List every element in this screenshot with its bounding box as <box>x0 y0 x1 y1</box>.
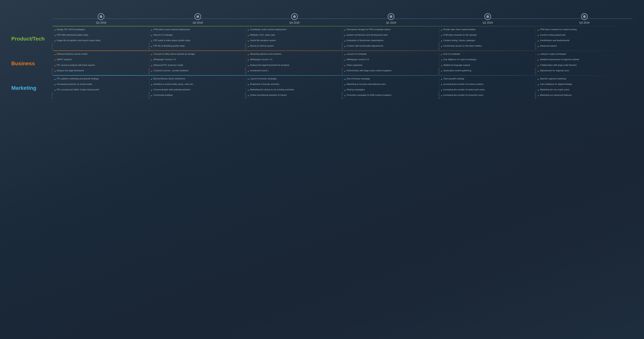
section-title-col-product: Product/Tech <box>11 28 53 50</box>
item-text: Content voting, Library catalogue <box>444 39 475 42</box>
item-text: Online promotional activities of Library <box>250 94 287 96</box>
bullet-icon: ● <box>538 58 539 62</box>
list-item: ●Private side chain implementation <box>441 28 535 32</box>
list-item: ●Beyond Blocks Seoul conference <box>151 77 245 81</box>
item-text: Launch of bounty campaign <box>250 77 276 80</box>
list-item: ●Investment round 1 <box>248 69 341 72</box>
list-item: ●Launch of crowdsale <box>344 52 438 56</box>
item-text: FFL platform marketing and growth strate… <box>57 77 99 80</box>
bullet-icon: ● <box>54 88 56 92</box>
list-item: ●Whitepaper version 1.5 <box>248 58 341 62</box>
list-item: ●Online promotional activities of Librar… <box>248 94 341 97</box>
list-item: ●Marketing to increase international use… <box>344 82 438 86</box>
item-list-business-0: ●Defined business canvas model●SWOT anal… <box>54 52 148 72</box>
section-title-product: Product/Tech <box>11 36 45 42</box>
quarter-rotated-label: Q2 2019 <box>438 92 440 99</box>
bullet-icon: ● <box>441 40 442 42</box>
item-text: Increasing presence on social media <box>57 82 92 86</box>
page-container: Q2 2018 Q3 2018 Q4 2018 Q1 2019 Q2 2019 … <box>11 8 633 99</box>
bullet-icon: ● <box>344 45 346 48</box>
list-item: ●Launch of bounty campaign <box>248 77 341 81</box>
item-text: Increasing the number of consumer users <box>444 94 484 96</box>
item-text: Joint initiatives for digital heritage <box>540 82 572 86</box>
list-item: ●Listing in crypto exchanges <box>538 52 631 56</box>
item-text: Whitelist, KYC, token sale <box>250 33 275 36</box>
item-text: Marketing for non-crypto users <box>540 88 569 91</box>
list-item: ●Automated content gathering <box>441 69 535 72</box>
item-list-product-2: ●Crowdsale smart contract deployment●Whi… <box>248 28 341 48</box>
item-list-marketing-3: ●End of bounty campaign●Marketing to inc… <box>344 77 438 97</box>
item-text: Client growth strategy <box>444 77 464 80</box>
item-text: Closed beta access to the token holders <box>444 44 482 47</box>
item-text: Useful file donation system <box>250 39 276 42</box>
item-text: Collaboration with large-scale libraries <box>540 64 576 66</box>
list-item: ●Files.fm UI redesign <box>151 33 245 37</box>
bullet-icon: ● <box>538 94 539 97</box>
item-list-marketing-5: ●Specific regional marketing●Joint initi… <box>538 77 631 97</box>
bullet-icon: ● <box>54 64 56 67</box>
list-item: ●Communication with potential partners <box>151 88 245 92</box>
list-item: ●Adjustments for regional users <box>538 69 631 72</box>
quarter-rotated-label: Q1 2019 <box>341 92 343 99</box>
item-text: Content voting (advanced) <box>540 33 566 36</box>
list-item: ●Analyze the legal framework <box>54 69 148 72</box>
quarter-col-business-0: ●Defined business canvas model●SWOT anal… <box>53 52 150 74</box>
item-text: Whitepaper version 2.0 <box>347 58 369 61</box>
item-list-marketing-4: ●Client growth strategy●Increasing the n… <box>441 77 535 97</box>
bullet-icon: ● <box>538 40 539 42</box>
node-circle <box>98 13 104 20</box>
item-text: Defined business canvas model <box>57 52 87 56</box>
list-item: ●Permanent storage for FFM crowdsale tok… <box>344 28 438 32</box>
timeline-node-q2-2019: Q2 2019 <box>482 13 493 24</box>
quarter-col-business-4: ●End of crowdsale●Due diligence of crypt… <box>440 52 536 74</box>
list-item: ●Promotion campaign for B2B content supp… <box>344 94 438 97</box>
list-item: ●Analyze the legal framework for product… <box>248 64 341 67</box>
list-item: ●Advanced search <box>538 44 631 48</box>
bullet-icon: ● <box>151 64 152 67</box>
node-inner <box>390 15 392 18</box>
timeline-node-q2-2018: Q2 2018 <box>96 13 106 24</box>
list-item: ●Joint initiatives for digital heritage <box>538 82 631 86</box>
bullet-icon: ● <box>54 28 56 32</box>
list-item: ●FFM token smart contract deployment <box>151 28 245 32</box>
bullet-icon: ● <box>344 70 346 72</box>
bullet-icon: ● <box>54 78 56 81</box>
item-text: Airdrop campaigns <box>347 88 365 91</box>
item-text: FFM token rewards for file uploads <box>444 33 477 36</box>
bullet-icon: ● <box>538 53 539 56</box>
list-item: ●SWOT analysis <box>54 58 148 62</box>
bullet-icon: ● <box>248 53 249 56</box>
list-item: ●Airdrop campaigns <box>344 88 438 92</box>
list-item: ●FFL revenue analysis with bank experts <box>54 64 148 67</box>
timeline-node-q3-2019: Q3 2019 <box>579 13 590 24</box>
item-text: Specific regional marketing <box>540 77 566 80</box>
list-item: ●Collaboration with large-scale librarie… <box>538 64 631 67</box>
item-text: Communication with potential partners <box>154 88 190 91</box>
list-item: ●Design FFL UI/UX prototypes <box>54 28 148 32</box>
timeline-node-q1-2019: Q1 2019 <box>386 13 396 24</box>
item-list-business-3: ●Launch of crowdsale●Whitepaper version … <box>344 52 438 72</box>
bullet-icon: ● <box>54 40 56 42</box>
item-text: Advanced FFL business model <box>154 64 183 66</box>
item-text: End of bounty campaign <box>347 77 370 80</box>
node-inner <box>486 15 489 18</box>
section-content-product: ●Design FFL UI/UX prototypes●P2P Web dow… <box>53 28 633 50</box>
list-item: ●Community building <box>151 94 245 97</box>
bullet-icon: ● <box>538 64 539 67</box>
list-item: ●FFL concept won Baltic Crypto meetup pi… <box>54 88 148 92</box>
list-item: ●Content voting (advanced) <box>538 33 631 37</box>
node-label: Q2 2018 <box>96 21 106 24</box>
bullet-icon: ● <box>54 70 56 72</box>
bullet-icon: ● <box>344 40 346 42</box>
quarter-col-product-4: ●Private side chain implementation●FFM t… <box>440 28 536 50</box>
bullet-icon: ● <box>248 78 249 81</box>
section-title-business: Business <box>11 60 35 66</box>
item-text: End of crowdsale <box>444 52 460 56</box>
list-item: ●Image file recognition and search (open… <box>54 39 148 42</box>
list-item: ●Roadshow in Europe and Asia <box>248 82 341 86</box>
timeline-node-q4-2018: Q4 2018 <box>290 13 300 24</box>
item-text: Roadshow in Europe and Asia <box>250 82 279 86</box>
item-list-business-4: ●End of crowdsale●Due diligence of crypt… <box>441 52 535 72</box>
bullet-icon: ● <box>54 58 56 62</box>
bullet-icon: ● <box>151 34 152 37</box>
